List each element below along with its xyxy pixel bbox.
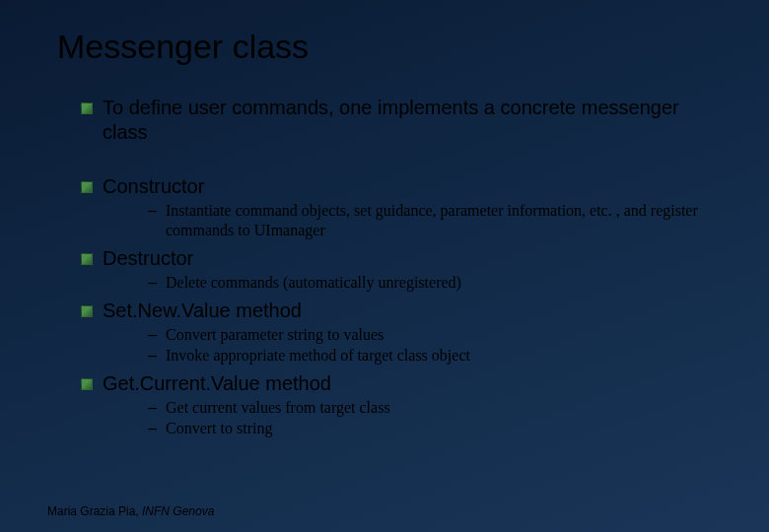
bullet-text: Destructor [103, 247, 193, 269]
footer: Maria Grazia Pia, INFN Genova [47, 504, 214, 518]
sub-item: Convert parameter string to values [148, 325, 722, 345]
sub-item: Invoke appropriate method of target clas… [148, 346, 722, 366]
bullet-item: Constructor Instantiate command objects,… [81, 174, 722, 240]
sub-list: Convert parameter string to values Invok… [148, 325, 722, 366]
bullet-text: To define user commands, one implements … [103, 97, 679, 143]
sub-item: Convert to string [148, 419, 722, 438]
bullet-text: Set.New.Value method [103, 299, 302, 321]
footer-author: Maria Grazia Pia, [47, 504, 142, 518]
sub-item: Get current values from target class [148, 398, 722, 418]
slide-title: Messenger class [57, 28, 722, 66]
bullet-item: Get.Current.Value method Get current val… [81, 371, 722, 438]
bullet-text: Get.Current.Value method [103, 372, 331, 394]
bullet-text: Constructor [103, 175, 204, 197]
sub-item: Delete commands (automatically unregiste… [148, 273, 722, 293]
bullet-list: To define user commands, one implements … [81, 96, 722, 438]
sub-list: Delete commands (automatically unregiste… [148, 273, 722, 293]
bullet-item: Set.New.Value method Convert parameter s… [81, 299, 722, 366]
sub-list: Get current values from target class Con… [148, 398, 722, 438]
bullet-item: To define user commands, one implements … [81, 96, 722, 145]
bullet-item: Destructor Delete commands (automaticall… [81, 246, 722, 293]
slide: Messenger class To define user commands,… [0, 0, 769, 532]
footer-institution: INFN Genova [142, 504, 214, 518]
sub-item: Instantiate command objects, set guidanc… [148, 201, 722, 240]
sub-list: Instantiate command objects, set guidanc… [148, 201, 722, 240]
